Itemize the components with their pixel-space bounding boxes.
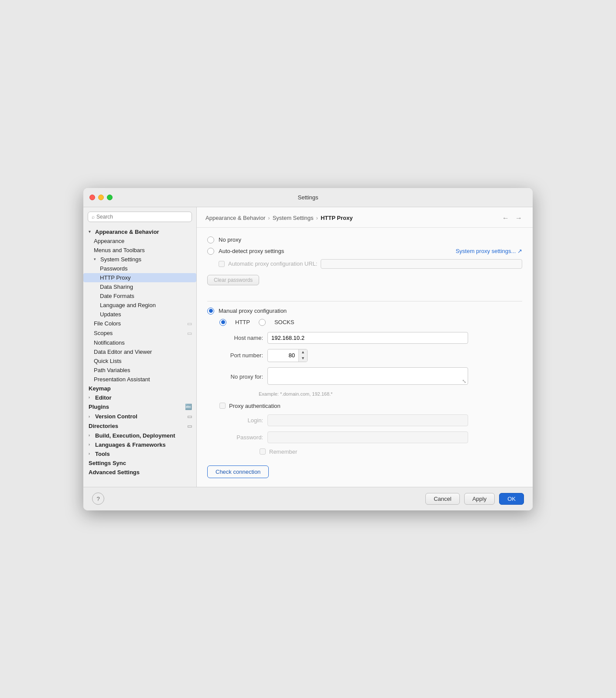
sidebar-item-scopes[interactable]: Scopes ▭: [83, 328, 196, 338]
port-increment-button[interactable]: ▲: [299, 349, 307, 356]
window-title: Settings: [298, 194, 318, 201]
sidebar-item-label: File Colors: [94, 320, 121, 327]
port-decrement-button[interactable]: ▼: [299, 356, 307, 362]
login-label: Login:: [219, 417, 267, 424]
auto-detect-label: Auto-detect proxy settings: [219, 248, 284, 254]
sidebar-item-language-region[interactable]: Language and Region: [83, 301, 196, 310]
auto-detect-radio[interactable]: [207, 248, 214, 255]
sidebar-item-data-sharing[interactable]: Data Sharing: [83, 282, 196, 291]
sidebar-item-data-editor[interactable]: Data Editor and Viewer: [83, 347, 196, 356]
sidebar-item-build-execution[interactable]: › Build, Execution, Deployment: [83, 431, 196, 440]
sidebar-item-settings-sync[interactable]: Settings Sync: [83, 458, 196, 468]
socks-radio[interactable]: [259, 319, 266, 326]
sidebar-item-tools[interactable]: › Tools: [83, 449, 196, 458]
expand-icon[interactable]: ⤡: [462, 378, 466, 384]
sidebar-item-languages-frameworks[interactable]: › Languages & Frameworks: [83, 440, 196, 449]
no-proxy-for-row: No proxy for: ⤡: [207, 367, 522, 386]
system-proxy-link[interactable]: System proxy settings... ↗: [455, 248, 522, 254]
proxy-auth-checkbox[interactable]: [219, 403, 226, 409]
sidebar-item-notifications[interactable]: Notifications: [83, 338, 196, 347]
chevron-right-icon: ›: [89, 452, 93, 456]
breadcrumb-navigation: ← →: [500, 213, 524, 223]
password-input[interactable]: [267, 431, 468, 443]
section-divider: [207, 301, 522, 301]
sidebar-item-label: Menus and Toolbars: [94, 247, 145, 253]
host-name-input[interactable]: [267, 332, 468, 344]
sidebar-item-passwords[interactable]: Passwords: [83, 264, 196, 273]
http-label: HTTP: [235, 319, 250, 325]
sidebar-item-label: Keymap: [89, 385, 111, 392]
port-input[interactable]: [268, 350, 298, 361]
sidebar-item-appearance-behavior[interactable]: ▾ Appearance & Behavior: [83, 227, 196, 236]
version-control-icon: ▭: [185, 413, 192, 420]
sidebar-item-system-settings[interactable]: ▾ System Settings: [83, 255, 196, 264]
remember-label: Remember: [269, 448, 297, 455]
titlebar: Settings: [83, 188, 533, 207]
sidebar-item-date-formats[interactable]: Date Formats: [83, 291, 196, 301]
breadcrumb: Appearance & Behavior › System Settings …: [197, 207, 533, 228]
sidebar-item-label: Notifications: [94, 339, 125, 346]
sidebar-item-path-variables[interactable]: Path Variables: [83, 366, 196, 375]
sidebar-item-label: Version Control: [95, 413, 137, 420]
proxy-auth-label: Proxy authentication: [229, 403, 281, 409]
sidebar-item-version-control[interactable]: › Version Control ▭: [83, 412, 196, 421]
login-input[interactable]: [267, 414, 468, 426]
sidebar-item-file-colors[interactable]: File Colors ▭: [83, 319, 196, 328]
nav-back-button[interactable]: ←: [500, 213, 511, 223]
sidebar-item-keymap[interactable]: Keymap: [83, 384, 196, 393]
close-button[interactable]: [89, 195, 95, 200]
scopes-icon: ▭: [185, 330, 192, 337]
no-proxy-radio[interactable]: [207, 236, 214, 243]
sidebar-item-label: Updates: [100, 311, 121, 318]
remember-checkbox[interactable]: [260, 448, 266, 455]
main-content: ⌕ ▾ Appearance & Behavior Appearance Men…: [83, 207, 533, 487]
search-box[interactable]: ⌕: [88, 212, 192, 222]
check-connection-button[interactable]: Check connection: [207, 465, 269, 478]
auto-config-checkbox[interactable]: [219, 261, 225, 267]
sidebar-item-quick-lists[interactable]: Quick Lists: [83, 356, 196, 366]
plugins-icon: 🔤: [185, 404, 192, 411]
sidebar-item-label: Date Formats: [100, 293, 134, 299]
sidebar-item-menus-toolbars[interactable]: Menus and Toolbars: [83, 246, 196, 255]
sidebar-item-presentation-assistant[interactable]: Presentation Assistant: [83, 375, 196, 384]
http-radio[interactable]: [219, 319, 226, 326]
port-number-row: Port number: ▲ ▼: [207, 349, 522, 362]
breadcrumb-part1: Appearance & Behavior: [205, 215, 265, 221]
host-name-label: Host name:: [219, 335, 267, 341]
sidebar-item-directories[interactable]: Directories ▭: [83, 421, 196, 431]
no-proxy-for-label: No proxy for:: [219, 373, 267, 380]
sidebar-item-label: Quick Lists: [94, 358, 122, 364]
clear-passwords-button[interactable]: Clear passwords: [207, 275, 259, 285]
maximize-button[interactable]: [107, 195, 113, 200]
sidebar-item-label: Passwords: [100, 265, 128, 272]
settings-body: No proxy Auto-detect proxy settings Syst…: [197, 228, 533, 487]
minimize-button[interactable]: [98, 195, 104, 200]
manual-proxy-label: Manual proxy configuration: [219, 308, 287, 314]
search-icon: ⌕: [92, 214, 95, 220]
sidebar-item-http-proxy[interactable]: HTTP Proxy: [83, 273, 196, 282]
apply-button[interactable]: Apply: [464, 493, 495, 505]
sidebar-item-advanced-settings[interactable]: Advanced Settings: [83, 468, 196, 477]
nav-forward-button[interactable]: →: [513, 213, 524, 223]
help-button[interactable]: ?: [92, 493, 104, 505]
protocol-row: HTTP SOCKS: [207, 319, 522, 326]
cancel-button[interactable]: Cancel: [425, 493, 459, 505]
sidebar-item-appearance[interactable]: Appearance: [83, 236, 196, 246]
manual-proxy-radio[interactable]: [207, 308, 214, 315]
no-proxy-row: No proxy: [207, 236, 522, 243]
search-input[interactable]: [96, 214, 188, 220]
no-proxy-for-input[interactable]: [267, 367, 468, 385]
sidebar-item-label: HTTP Proxy: [100, 274, 131, 281]
auto-config-input[interactable]: [321, 259, 522, 269]
sidebar-item-label: Plugins: [89, 404, 109, 410]
remember-row: Remember: [207, 448, 522, 455]
sidebar-item-editor[interactable]: › Editor: [83, 393, 196, 402]
breadcrumb-sep1: ›: [268, 215, 270, 221]
no-proxy-label: No proxy: [219, 236, 241, 243]
chevron-right-icon: ›: [89, 414, 93, 419]
socks-label: SOCKS: [274, 319, 294, 325]
ok-button[interactable]: OK: [499, 493, 524, 505]
sidebar-item-plugins[interactable]: Plugins 🔤: [83, 402, 196, 412]
sidebar-item-updates[interactable]: Updates: [83, 310, 196, 319]
bottom-bar: ? Cancel Apply OK: [83, 487, 533, 510]
